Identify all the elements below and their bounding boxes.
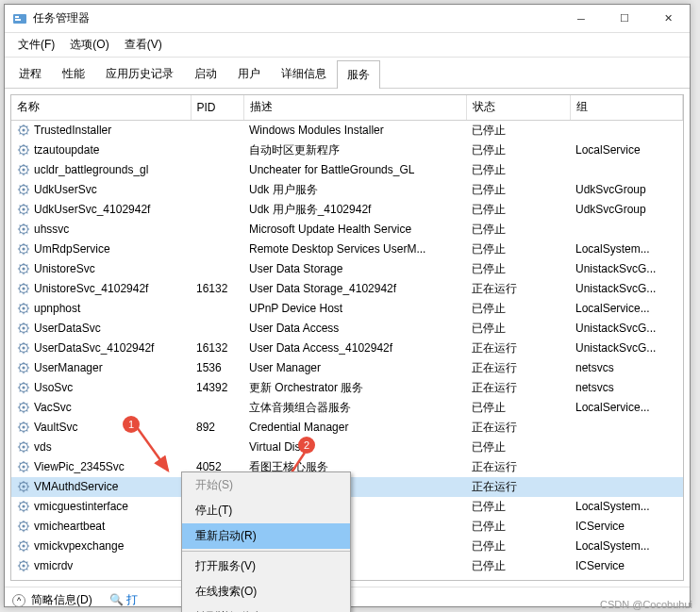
svg-line-111	[20, 331, 21, 332]
menu-search-online[interactable]: 在线搜索(O)	[182, 579, 350, 604]
svg-line-229	[20, 562, 21, 563]
service-row[interactable]: UsoSvc14392更新 Orchestrator 服务正在运行netsvcs	[11, 378, 683, 398]
svg-line-212	[26, 522, 27, 523]
svg-point-34	[22, 189, 25, 191]
svg-line-32	[26, 166, 27, 167]
svg-line-70	[26, 252, 27, 253]
svg-point-14	[22, 149, 25, 152]
svg-line-210	[26, 529, 27, 530]
window-title: 任务管理器	[33, 10, 559, 26]
svg-line-69	[20, 245, 21, 246]
service-row[interactable]: UdkUserSvc_4102942fUdk 用户服务_4102942f已停止U…	[11, 200, 683, 220]
svg-line-141	[20, 390, 21, 391]
brief-info-link[interactable]: 简略信息(D)	[31, 592, 92, 608]
service-row[interactable]: VaultSvc892Credential Manager正在运行	[11, 418, 683, 438]
svg-line-120	[26, 351, 27, 352]
col-name[interactable]: 名称	[11, 95, 191, 120]
service-row[interactable]: vdsVirtual Disk已停止	[11, 438, 683, 457]
col-group[interactable]: 组	[570, 95, 683, 120]
svg-line-49	[20, 206, 21, 207]
menu-options[interactable]: 选项(O)	[62, 37, 116, 53]
service-row[interactable]: UnistoreSvcUser Data Storage已停止UnistackS…	[11, 259, 683, 279]
service-row[interactable]: UserDataSvcUser Data Access已停止UnistackSv…	[11, 319, 683, 339]
service-row[interactable]: TrustedInstallerWindows Modules Installe…	[11, 120, 683, 141]
svg-line-181	[20, 470, 21, 471]
menu-file[interactable]: 文件(F)	[10, 37, 62, 53]
svg-line-211	[20, 529, 21, 530]
svg-line-140	[26, 390, 27, 391]
svg-line-59	[20, 225, 21, 226]
tab-6[interactable]: 服务	[337, 60, 380, 89]
svg-line-221	[20, 549, 21, 550]
svg-line-192	[26, 483, 27, 484]
svg-line-40	[26, 192, 27, 193]
tab-2[interactable]: 应用历史记录	[95, 59, 184, 88]
menu-goto-details[interactable]: 转到详细信息(D)	[182, 604, 350, 612]
service-row[interactable]: ucldr_battlegrounds_glUncheater for Batt…	[11, 160, 683, 180]
chevron-up-icon[interactable]: ^	[12, 594, 25, 607]
svg-line-142	[26, 384, 27, 385]
svg-point-184	[22, 486, 25, 488]
svg-line-231	[20, 569, 21, 570]
service-row[interactable]: tzautoupdate自动时区更新程序已停止LocalService	[11, 141, 683, 160]
context-menu: 开始(S) 停止(T) 重新启动(R) 打开服务(V) 在线搜索(O) 转到详细…	[181, 471, 351, 612]
svg-line-232	[26, 562, 27, 563]
svg-line-182	[26, 463, 27, 464]
service-row[interactable]: UmRdpServiceRemote Desktop Services User…	[11, 240, 683, 259]
col-desc[interactable]: 描述	[243, 95, 466, 120]
svg-line-121	[20, 351, 21, 352]
svg-line-19	[20, 146, 21, 147]
tab-3[interactable]: 启动	[184, 59, 227, 88]
svg-line-12	[26, 126, 27, 127]
menu-view[interactable]: 查看(V)	[117, 37, 170, 53]
menu-restart[interactable]: 重新启动(R)	[182, 523, 350, 549]
svg-line-42	[26, 186, 27, 187]
svg-point-154	[22, 426, 25, 429]
svg-line-233	[137, 427, 168, 471]
service-row[interactable]: uhssvcMicrosoft Update Health Service已停止	[11, 220, 683, 240]
svg-line-200	[26, 509, 27, 510]
svg-line-122	[26, 344, 27, 345]
col-pid[interactable]: PID	[191, 95, 243, 120]
svg-line-101	[20, 311, 21, 312]
service-row[interactable]: UdkUserSvcUdk 用户服务已停止UdkSvcGroup	[11, 180, 683, 200]
svg-line-50	[26, 212, 27, 213]
svg-point-124	[22, 367, 25, 370]
service-row[interactable]: UnistoreSvc_4102942f16132User Data Stora…	[11, 279, 683, 299]
svg-line-31	[20, 173, 21, 174]
minimize-button[interactable]: ─	[559, 5, 603, 33]
svg-line-190	[26, 489, 27, 490]
tab-0[interactable]: 进程	[8, 59, 52, 88]
col-status[interactable]: 状态	[466, 95, 570, 120]
svg-line-150	[26, 410, 27, 411]
svg-line-132	[26, 364, 27, 365]
tab-4[interactable]: 用户	[227, 59, 271, 88]
svg-line-170	[26, 450, 27, 451]
svg-point-134	[22, 387, 25, 389]
menu-open-services[interactable]: 打开服务(V)	[182, 554, 350, 579]
app-icon	[12, 11, 27, 26]
svg-line-71	[20, 252, 21, 253]
tab-1[interactable]: 性能	[52, 59, 95, 88]
tab-5[interactable]: 详细信息	[271, 59, 337, 88]
svg-point-64	[22, 248, 25, 251]
svg-point-224	[22, 565, 25, 568]
service-row[interactable]: upnphostUPnP Device Host已停止LocalService.…	[11, 299, 683, 319]
svg-line-100	[26, 311, 27, 312]
service-row[interactable]: UserManager1536User Manager正在运行netsvcs	[11, 358, 683, 378]
svg-line-199	[20, 503, 21, 504]
svg-line-169	[20, 443, 21, 444]
svg-line-119	[20, 344, 21, 345]
svg-line-139	[20, 384, 21, 385]
maximize-button[interactable]: ☐	[603, 5, 646, 33]
close-button[interactable]: ✕	[646, 5, 690, 33]
svg-line-189	[20, 483, 21, 484]
svg-line-159	[20, 423, 21, 424]
watermark: CSDN @Cocobuhui	[600, 599, 692, 610]
service-row[interactable]: UserDataSvc_4102942f16132User Data Acces…	[11, 339, 683, 358]
svg-line-180	[26, 470, 27, 471]
service-row[interactable]: VacSvc立体音频组合器服务已停止LocalService...	[11, 398, 683, 418]
open-services-link[interactable]: 🔍 打	[109, 592, 138, 608]
svg-line-62	[26, 225, 27, 226]
menu-stop[interactable]: 停止(T)	[182, 498, 350, 523]
